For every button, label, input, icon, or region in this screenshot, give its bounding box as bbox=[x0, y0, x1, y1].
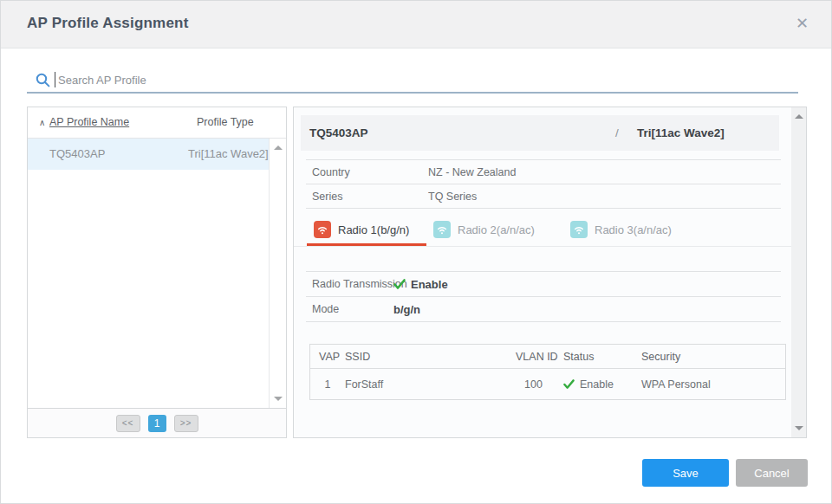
tab-radio-2-label: Radio 2(a/n/ac) bbox=[458, 223, 535, 236]
vap-table-header: VAP SSID VLAN ID Status Security bbox=[310, 345, 785, 369]
tab-radio-1[interactable]: Radio 1(b/g/n) bbox=[314, 221, 409, 238]
vlan-id-cell: 100 bbox=[516, 378, 563, 391]
list-scrollbar[interactable] bbox=[269, 139, 286, 408]
profile-list-row[interactable]: TQ5403AP Tri[11ac Wave2] bbox=[28, 139, 269, 170]
save-button[interactable]: Save bbox=[642, 459, 729, 487]
ap-profile-assignment-dialog: AP Profile Assignment ✕ Search AP Profil… bbox=[0, 0, 832, 504]
ap-profile-detail-panel: TQ5403AP / Tri[11ac Wave2] Country NZ - … bbox=[293, 107, 807, 438]
profile-name-cell: TQ5403AP bbox=[49, 139, 105, 170]
check-icon bbox=[393, 279, 406, 290]
mode-label: Mode bbox=[312, 297, 339, 322]
search-input[interactable]: Search AP Profile bbox=[27, 68, 798, 94]
country-value: NZ - New Zealand bbox=[428, 160, 516, 184]
search-placeholder: Search AP Profile bbox=[58, 68, 146, 92]
list-header: ∧ AP Profile Name Profile Type bbox=[28, 107, 286, 139]
ap-profile-list-panel: ∧ AP Profile Name Profile Type TQ5403AP … bbox=[27, 107, 287, 438]
col-vlan-id: VLAN ID bbox=[516, 351, 563, 363]
wifi-icon bbox=[433, 221, 451, 238]
detail-scrollbar[interactable] bbox=[791, 107, 806, 437]
scroll-up-icon[interactable] bbox=[274, 145, 283, 150]
pagination-page-1-button[interactable]: 1 bbox=[148, 415, 166, 432]
pagination-next-button[interactable]: >> bbox=[174, 415, 198, 432]
active-tab-underline bbox=[307, 243, 426, 246]
search-icon bbox=[36, 73, 50, 87]
table-row: 1 ForStaff 100 Enable WPA Personal bbox=[310, 369, 785, 399]
radio-settings-rows: Radio Transmission Enable Mode b/g/n bbox=[306, 271, 781, 322]
col-security: Security bbox=[641, 351, 785, 363]
vap-cell: 1 bbox=[310, 378, 345, 391]
detail-profile-name: TQ5403AP bbox=[309, 115, 368, 151]
profile-info-rows: Country NZ - New Zealand Series TQ Serie… bbox=[306, 159, 781, 209]
country-row: Country NZ - New Zealand bbox=[306, 160, 781, 184]
dialog-titlebar: AP Profile Assignment ✕ bbox=[1, 1, 831, 48]
scroll-up-icon[interactable] bbox=[795, 114, 803, 119]
radio-transmission-row: Radio Transmission Enable bbox=[306, 272, 781, 297]
ssid-cell: ForStaff bbox=[345, 378, 516, 391]
sort-ascending-icon: ∧ bbox=[39, 107, 45, 138]
pagination: << 1 >> bbox=[28, 408, 286, 437]
page-title: AP Profile Assignment bbox=[27, 15, 189, 32]
check-icon bbox=[563, 379, 575, 390]
series-label: Series bbox=[312, 184, 342, 209]
tab-radio-1-label: Radio 1(b/g/n) bbox=[338, 223, 409, 236]
detail-header: TQ5403AP / Tri[11ac Wave2] bbox=[301, 115, 779, 151]
tab-radio-3[interactable]: Radio 3(a/n/ac) bbox=[570, 221, 672, 238]
tab-radio-2[interactable]: Radio 2(a/n/ac) bbox=[433, 221, 535, 238]
col-ssid: SSID bbox=[345, 351, 516, 363]
series-value: TQ Series bbox=[428, 184, 477, 209]
detail-profile-type: Tri[11ac Wave2] bbox=[637, 115, 725, 151]
wifi-icon bbox=[314, 221, 331, 238]
country-label: Country bbox=[312, 160, 350, 184]
col-vap: VAP bbox=[310, 351, 345, 363]
status-cell: Enable bbox=[580, 378, 614, 391]
tab-radio-3-label: Radio 3(a/n/ac) bbox=[595, 223, 672, 236]
column-header-ap-profile-name[interactable]: AP Profile Name bbox=[49, 107, 129, 138]
scroll-down-icon[interactable] bbox=[274, 397, 283, 401]
cancel-button[interactable]: Cancel bbox=[736, 459, 808, 487]
column-header-profile-type: Profile Type bbox=[197, 107, 254, 138]
radio-transmission-value: Enable bbox=[411, 278, 448, 291]
mode-value: b/g/n bbox=[393, 303, 420, 316]
close-icon[interactable]: ✕ bbox=[796, 13, 809, 34]
scroll-down-icon[interactable] bbox=[795, 426, 803, 430]
col-status: Status bbox=[563, 351, 641, 363]
text-cursor bbox=[55, 72, 55, 87]
vap-table: VAP SSID VLAN ID Status Security 1 ForSt… bbox=[309, 344, 786, 400]
detail-header-separator: / bbox=[615, 115, 619, 151]
series-row: Series TQ Series bbox=[306, 184, 781, 209]
pagination-prev-button[interactable]: << bbox=[116, 415, 140, 432]
profile-type-cell: Tri[11ac Wave2] bbox=[188, 139, 269, 170]
mode-row: Mode b/g/n bbox=[306, 297, 781, 322]
wifi-icon bbox=[570, 221, 588, 238]
security-cell: WPA Personal bbox=[641, 378, 785, 391]
tabs-baseline bbox=[294, 246, 791, 247]
